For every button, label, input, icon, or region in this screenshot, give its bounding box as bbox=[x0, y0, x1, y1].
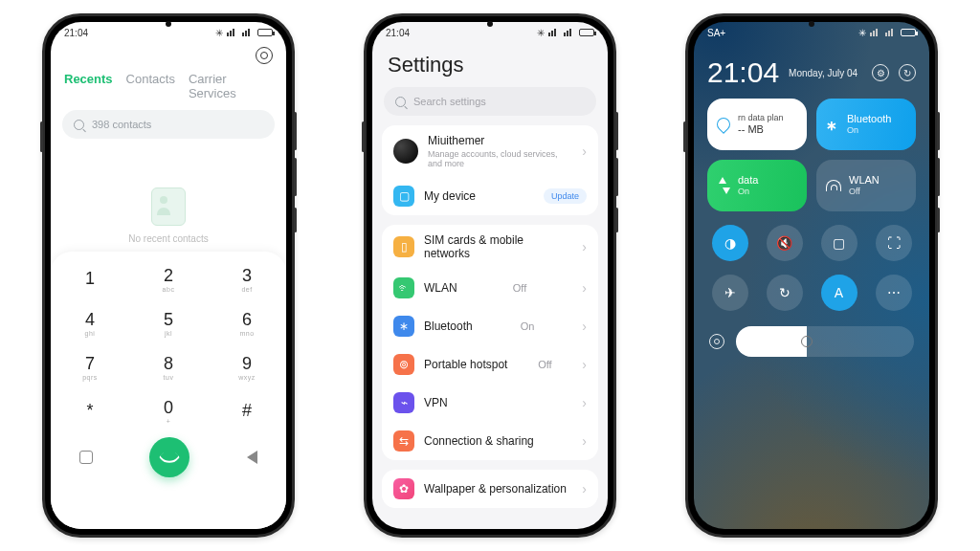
key-4[interactable]: 4ghi bbox=[51, 301, 129, 345]
qbtn-screenshot[interactable]: ⛶ bbox=[876, 225, 912, 261]
row-hotspot[interactable]: ⊚ Portable hotspot Off › bbox=[382, 345, 598, 384]
page-title: Settings bbox=[372, 43, 608, 87]
row-bluetooth[interactable]: ∗ Bluetooth On › bbox=[382, 307, 598, 345]
status-network: SA+ bbox=[707, 28, 725, 38]
battery-icon bbox=[901, 29, 916, 36]
key-hash[interactable]: # bbox=[208, 389, 286, 433]
settings-icon[interactable]: ⚙ bbox=[872, 64, 889, 81]
nav-recent-icon[interactable] bbox=[79, 451, 93, 464]
tile-bluetooth[interactable]: ∗ Bluetooth On bbox=[816, 99, 916, 150]
tile-wlan-label: WLAN bbox=[849, 174, 880, 187]
row-connection-sharing[interactable]: ⇆ Connection & sharing › bbox=[382, 422, 598, 460]
network-group: ▯ SIM cards & mobile networks › ᯤ WLAN O… bbox=[382, 225, 598, 460]
key-6[interactable]: 6mno bbox=[208, 301, 286, 345]
quick-buttons-row-1: ◑ 🔇 ▢ ⛶ bbox=[707, 225, 916, 261]
key-8[interactable]: 8tuv bbox=[129, 345, 208, 389]
nfc-icon: ✳ bbox=[858, 28, 866, 38]
qbtn-airplane[interactable]: ✈ bbox=[712, 275, 748, 311]
tile-mobile-label: data bbox=[738, 174, 758, 187]
sim-icon: ▯ bbox=[393, 236, 414, 257]
key-5[interactable]: 5jkl bbox=[129, 301, 208, 345]
cc-date: Monday, July 04 bbox=[789, 68, 858, 78]
qbtn-sync[interactable]: ↻ bbox=[767, 275, 803, 311]
search-placeholder: 398 contacts bbox=[92, 119, 151, 130]
search-icon bbox=[74, 120, 84, 130]
tile-wlan[interactable]: WLAN Off bbox=[816, 160, 916, 211]
tile-bt-sub: On bbox=[847, 125, 891, 136]
row-wlan[interactable]: ᯤ WLAN Off › bbox=[382, 269, 598, 307]
key-7[interactable]: 7pqrs bbox=[51, 345, 129, 389]
key-1[interactable]: 1 bbox=[51, 257, 129, 301]
tab-carrier-services[interactable]: Carrier Services bbox=[189, 72, 273, 100]
update-badge[interactable]: Update bbox=[544, 188, 587, 204]
row-vpn[interactable]: ⌁ VPN › bbox=[382, 384, 598, 422]
settings-gear-icon[interactable] bbox=[256, 47, 273, 64]
row-my-device[interactable]: ▢ My device Update bbox=[382, 177, 598, 215]
chevron-right-icon: › bbox=[582, 319, 587, 334]
search-icon bbox=[395, 97, 406, 107]
bottom-controls bbox=[707, 326, 916, 357]
empty-state: No recent contacts bbox=[51, 139, 286, 252]
settings-gear-icon[interactable] bbox=[709, 334, 724, 349]
brightness-icon bbox=[801, 336, 813, 347]
tile-mobile-sub: On bbox=[738, 187, 758, 197]
key-star[interactable]: * bbox=[51, 389, 129, 433]
signal-icon-2 bbox=[242, 29, 254, 36]
tab-contacts[interactable]: Contacts bbox=[126, 72, 175, 100]
tile-data-top: rn data plan bbox=[738, 113, 784, 123]
tile-mobile-data[interactable]: data On bbox=[707, 160, 807, 211]
phone-control-center: SA+ ✳ 21:04 Monday, July 04 ⚙ ↻ bbox=[685, 13, 938, 538]
account-group: Miuithemer Manage accounts, cloud servic… bbox=[382, 125, 598, 215]
vpn-icon: ⌁ bbox=[393, 392, 414, 413]
edit-icon[interactable]: ↻ bbox=[899, 64, 916, 81]
tile-bt-label: Bluetooth bbox=[847, 113, 891, 125]
qbtn-font[interactable]: A bbox=[821, 275, 858, 311]
qbtn-rotate[interactable]: ▢ bbox=[821, 225, 858, 261]
key-2[interactable]: 2abc bbox=[129, 257, 208, 301]
tab-recents[interactable]: Recents bbox=[64, 72, 113, 100]
key-0[interactable]: 0+ bbox=[129, 389, 208, 433]
signal-icon bbox=[227, 29, 238, 36]
status-time: 21:04 bbox=[64, 28, 88, 38]
nav-back-icon[interactable] bbox=[247, 451, 257, 464]
sharing-label: Connection & sharing bbox=[424, 434, 534, 448]
hotspot-label: Portable hotspot bbox=[424, 358, 507, 371]
brightness-slider[interactable] bbox=[736, 326, 914, 357]
nfc-icon: ✳ bbox=[537, 28, 545, 38]
dialpad: 1 2abc 3def 4ghi 5jkl 6mno 7pqrs 8tuv 9w… bbox=[51, 257, 286, 433]
chevron-right-icon: › bbox=[582, 433, 587, 449]
dialer-tabs: Recents Contacts Carrier Services bbox=[51, 64, 286, 110]
my-device-label: My device bbox=[424, 189, 476, 203]
key-9[interactable]: 9wxyz bbox=[208, 345, 286, 389]
quick-tiles: rn data plan -- MB ∗ Bluetooth On data bbox=[707, 99, 916, 211]
qbtn-more[interactable]: ⋯ bbox=[876, 275, 912, 311]
nfc-icon: ✳ bbox=[215, 28, 223, 38]
battery-icon bbox=[257, 29, 273, 36]
wallpaper-label: Wallpaper & personalization bbox=[424, 482, 567, 496]
chevron-right-icon: › bbox=[582, 481, 587, 496]
bluetooth-icon: ∗ bbox=[826, 118, 839, 131]
qbtn-flashlight[interactable]: ◑ bbox=[712, 225, 748, 261]
tile-data-usage[interactable]: rn data plan -- MB bbox=[707, 99, 807, 150]
battery-icon bbox=[579, 29, 594, 36]
vpn-label: VPN bbox=[424, 396, 448, 409]
qbtn-mute[interactable]: 🔇 bbox=[767, 225, 803, 261]
device-icon: ▢ bbox=[393, 186, 414, 207]
row-sim[interactable]: ▯ SIM cards & mobile networks › bbox=[382, 225, 598, 269]
phone-dialer: 21:04 ✳ Recents Contacts Carrier Service… bbox=[42, 13, 295, 538]
sharing-icon: ⇆ bbox=[393, 430, 414, 452]
call-button[interactable] bbox=[149, 437, 189, 477]
row-account[interactable]: Miuithemer Manage accounts, cloud servic… bbox=[382, 125, 598, 177]
contacts-search[interactable]: 398 contacts bbox=[62, 110, 275, 139]
settings-search[interactable]: Search settings bbox=[384, 87, 596, 116]
account-name: Miuithemer bbox=[428, 134, 572, 147]
wlan-status: Off bbox=[513, 282, 526, 294]
wlan-icon: ᯤ bbox=[393, 277, 414, 298]
signal-icon bbox=[870, 29, 881, 36]
wifi-icon bbox=[826, 180, 841, 191]
row-wallpaper[interactable]: ✿ Wallpaper & personalization › bbox=[382, 470, 598, 508]
wallpaper-icon: ✿ bbox=[393, 478, 414, 499]
key-3[interactable]: 3def bbox=[208, 257, 286, 301]
phone-settings: 21:04 ✳ Settings Search settings Miuithe… bbox=[364, 13, 616, 538]
bluetooth-label: Bluetooth bbox=[424, 320, 473, 333]
